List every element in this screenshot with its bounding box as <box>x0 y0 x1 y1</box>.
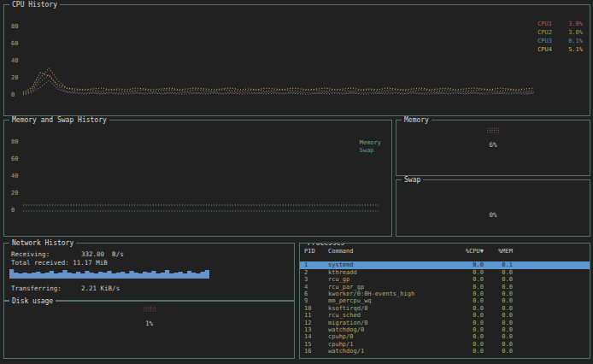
process-pid: 4 <box>304 284 325 291</box>
process-pid: 3 <box>304 276 325 283</box>
process-command: ksoftirqd/0 <box>328 305 453 312</box>
panel-memory-gauge: Memory 6% <box>396 120 590 176</box>
memswap-legend-label: Memory <box>360 139 381 147</box>
memswap-history-chart <box>4 120 393 238</box>
processes-list: 1systemd0.00.12kthreadd0.00.03rcu_gp0.00… <box>300 261 590 355</box>
swap-gauge-title: Swap <box>402 176 423 184</box>
process-row[interactable]: 13watchdog/00.00.0 <box>300 326 590 333</box>
process-cpu: 0.0 <box>456 320 484 326</box>
process-cpu: 0.0 <box>456 305 484 312</box>
process-command: cpuhp/0 <box>328 333 453 340</box>
process-pid: 14 <box>304 333 325 340</box>
process-cpu: 0.0 <box>456 276 484 283</box>
process-command: rcu_par_gp <box>328 284 453 291</box>
process-mem: 0.0 <box>487 312 513 319</box>
cpu-legend-value: 3.0% <box>561 28 583 37</box>
column-pid[interactable]: PID <box>304 248 325 255</box>
process-pid: 6 <box>304 291 325 297</box>
process-mem: 0.0 <box>487 326 513 333</box>
disk-usage-value: 1% <box>4 320 294 327</box>
process-cpu: 0.0 <box>456 284 484 291</box>
process-row[interactable]: 3rcu_gp0.00.0 <box>300 276 590 283</box>
panel-cpu-history: CPU History 806040200 CPU13.0%CPU23.0%CP… <box>3 4 590 116</box>
column-mem[interactable]: %MEM <box>487 248 513 255</box>
process-pid: 11 <box>304 312 325 319</box>
memory-usage-value: 6% <box>396 141 590 149</box>
process-command: systemd <box>328 261 453 268</box>
process-mem: 0.0 <box>487 291 513 297</box>
memswap-legend: MemorySwap <box>360 139 381 155</box>
process-pid: 2 <box>304 269 325 276</box>
process-command: kthreadd <box>328 269 453 276</box>
cpu-history-chart <box>4 5 591 117</box>
panel-disk-usage: Disk usage 1% <box>3 301 295 359</box>
process-mem: 0.0 <box>487 305 513 312</box>
process-row[interactable]: 10ksoftirqd/00.00.0 <box>300 305 590 312</box>
process-command: rcu_gp <box>328 276 453 283</box>
network-receiving-line: Receiving:332.00 B/s <box>11 250 124 258</box>
process-mem: 0.0 <box>487 348 513 355</box>
process-command: cpuhp/1 <box>328 341 453 348</box>
cpu-legend-value: 0.1% <box>561 37 583 45</box>
network-history-title: Network History <box>9 239 76 247</box>
process-cpu: 0.0 <box>456 326 484 333</box>
receiving-label: Receiving: <box>11 250 81 258</box>
cpu-legend-label: CPU1 <box>537 20 552 28</box>
process-cpu: 0.0 <box>456 297 484 304</box>
process-row[interactable]: 14cpuhp/00.00.0 <box>300 333 590 340</box>
process-mem: 0.0 <box>487 269 513 276</box>
process-cpu: 0.0 <box>456 261 484 268</box>
process-row[interactable]: 15cpuhp/10.00.0 <box>300 341 590 348</box>
process-cpu: 0.0 <box>456 312 484 319</box>
process-row[interactable]: 16watchdog/10.00.0 <box>300 348 590 355</box>
process-mem: 0.0 <box>487 341 513 348</box>
process-command: watchdog/0 <box>328 326 453 333</box>
processes-title: Processes <box>305 243 347 247</box>
process-row[interactable]: 6kworker/0:0H-events_high0.00.0 <box>300 291 590 297</box>
process-cpu: 0.0 <box>456 291 484 297</box>
panel-swap-gauge: Swap 0% <box>396 179 590 237</box>
process-mem: 0.0 <box>487 297 513 304</box>
process-pid: 16 <box>304 348 325 355</box>
process-pid: 9 <box>304 297 325 304</box>
process-row[interactable]: 11rcu_sched0.00.0 <box>300 312 590 319</box>
process-command: kworker/0:0H-events_high <box>328 291 453 297</box>
cpu-legend-item: CPU13.0% <box>537 20 583 28</box>
process-cpu: 0.0 <box>456 333 484 340</box>
cpu-legend-value: 5.1% <box>561 45 583 54</box>
process-row[interactable]: 1systemd0.00.1 <box>300 261 590 268</box>
network-total-line: Total received: 11.17 MiB <box>11 259 108 267</box>
process-command: rcu_sched <box>328 312 453 319</box>
cpu-legend-item: CPU45.1% <box>537 45 583 54</box>
process-pid: 15 <box>304 341 325 348</box>
process-pid: 13 <box>304 326 325 333</box>
panel-processes: Processes PID Command %CPU▼ %MEM 1system… <box>299 243 590 359</box>
total-received-label: Total received: <box>11 259 69 267</box>
cpu-legend-label: CPU2 <box>537 28 552 37</box>
system-monitor-screen: CPU History 806040200 CPU13.0%CPU23.0%CP… <box>0 0 593 364</box>
transferring-label: Transferring: <box>11 285 81 292</box>
process-row[interactable]: 2kthreadd0.00.0 <box>300 269 590 276</box>
receiving-value: 332.00 B/s <box>81 250 124 258</box>
process-cpu: 0.0 <box>456 269 484 276</box>
cpu-legend-item: CPU23.0% <box>537 28 583 37</box>
process-command: watchdog/1 <box>328 348 453 355</box>
total-received-value: 11.17 MiB <box>73 259 108 267</box>
cpu-legend: CPU13.0%CPU23.0%CPU30.1%CPU45.1% <box>537 20 583 54</box>
process-mem: 0.0 <box>487 320 513 326</box>
column-command[interactable]: Command <box>328 248 453 255</box>
process-mem: 0.1 <box>487 261 513 268</box>
process-pid: 10 <box>304 305 325 312</box>
cpu-legend-value: 3.0% <box>561 20 583 28</box>
panel-network-history: Network History Receiving:332.00 B/s Tot… <box>3 243 295 301</box>
process-pid: 1 <box>304 261 325 268</box>
transferring-value: 2.21 KiB/s <box>81 285 120 292</box>
network-transferring-line: Transferring:2.21 KiB/s <box>11 285 120 292</box>
process-row[interactable]: 9mm_percpu_wq0.00.0 <box>300 297 590 304</box>
process-cpu: 0.0 <box>456 348 484 355</box>
process-row[interactable]: 4rcu_par_gp0.00.0 <box>300 284 590 291</box>
memswap-legend-label: Swap <box>360 147 381 155</box>
column-cpu-sort[interactable]: %CPU▼ <box>456 248 484 255</box>
process-row[interactable]: 12migration/00.00.0 <box>300 320 590 326</box>
processes-header: PID Command %CPU▼ %MEM <box>300 248 590 255</box>
